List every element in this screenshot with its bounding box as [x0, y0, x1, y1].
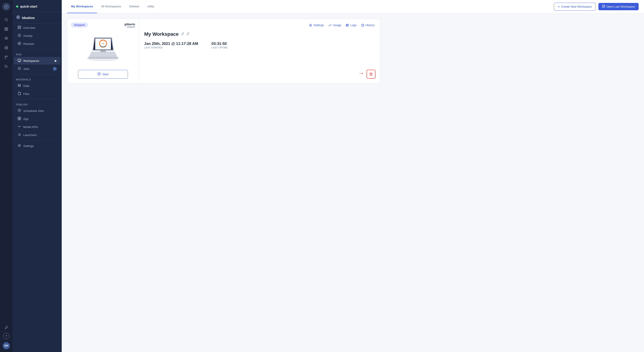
- sidebar-item-ideation[interactable]: Ideation: [12, 12, 62, 24]
- svg-point-35: [19, 145, 20, 146]
- search-icon[interactable]: [2, 16, 10, 24]
- sidebar-item-files[interactable]: Files: [14, 90, 60, 98]
- help-icon[interactable]: ?: [3, 333, 10, 339]
- svg-point-24: [19, 68, 20, 69]
- git-icon[interactable]: [2, 53, 10, 61]
- card-left-panel: Stopped gilberto OWNER: [67, 19, 139, 83]
- topbar-actions: + Create New Workspace Open Last Workspa…: [554, 3, 639, 11]
- svg-rect-2: [5, 27, 6, 29]
- content-area: Stopped gilberto OWNER: [62, 13, 644, 352]
- sidebar-item-activity[interactable]: Activity: [14, 32, 60, 39]
- last-started-meta: Jan 25th, 2021 @ 11:17:28 AM LAST STARTE…: [144, 41, 198, 49]
- workspace-title-row: My Workspace: [144, 31, 374, 37]
- wrench-icon[interactable]: [2, 323, 10, 332]
- sidebar-item-data[interactable]: Data: [14, 82, 60, 90]
- sidebar-item-settings[interactable]: Settings: [14, 142, 60, 150]
- last-uptime-value: 03:31:50: [212, 41, 228, 46]
- svg-point-21: [19, 67, 20, 68]
- data-icon: [18, 84, 21, 88]
- svg-rect-12: [18, 26, 19, 27]
- history-action[interactable]: History: [361, 23, 374, 27]
- icon-bar: ? GH: [0, 0, 12, 352]
- sidebar-item-overview[interactable]: Overview: [14, 24, 60, 31]
- svg-rect-34: [20, 119, 21, 120]
- data-label: Data: [23, 84, 29, 88]
- topbar: My Workspaces All Workspaces Deleted Uti…: [62, 0, 644, 13]
- jobs-badge: +: [53, 67, 57, 71]
- workspace-tabs: My Workspaces All Workspaces Deleted Uti…: [67, 0, 158, 13]
- workspace-image: [85, 30, 121, 66]
- app-logo[interactable]: [2, 3, 10, 11]
- overview-label: Overview: [23, 26, 35, 29]
- settings-label: Settings: [23, 144, 34, 148]
- layers-icon[interactable]: [2, 34, 10, 42]
- project-status-dot: [16, 5, 18, 7]
- sidebar-header: quick-start: [12, 0, 62, 12]
- sidebar-item-scheduled-jobs[interactable]: Scheduled Jobs: [14, 107, 60, 115]
- create-workspace-button[interactable]: + Create New Workspace: [554, 3, 596, 11]
- materials-section-title: MATERIALS: [12, 76, 62, 82]
- tab-all-workspaces[interactable]: All Workspaces: [97, 0, 125, 13]
- tab-deleted[interactable]: Deleted: [125, 0, 143, 13]
- owner-info: gilberto OWNER: [124, 22, 135, 28]
- grid-icon[interactable]: [2, 25, 10, 33]
- workspaces-icon: [18, 59, 21, 63]
- sidebar-settings-icon: [18, 144, 21, 148]
- activity-icon: [18, 34, 21, 38]
- user-avatar[interactable]: GH: [3, 342, 10, 349]
- sidebar-item-workspaces[interactable]: Workspaces ▶: [14, 57, 60, 65]
- svg-rect-40: [100, 50, 106, 52]
- start-button[interactable]: Start: [78, 70, 128, 79]
- publish-section-title: PUBLISH: [12, 101, 62, 107]
- link-icon[interactable]: [186, 32, 190, 36]
- sidebar: quick-start Ideation Overview Activity R…: [12, 0, 62, 352]
- last-started-label: LAST STARTED: [144, 46, 198, 49]
- status-badge: Stopped: [71, 22, 88, 27]
- svg-point-27: [19, 69, 20, 70]
- card-right-panel: Settings Usage Logs History: [139, 19, 380, 83]
- reviews-icon: [18, 42, 21, 46]
- ideation-label: Ideation: [22, 16, 35, 20]
- logs-action[interactable]: Logs: [346, 23, 356, 27]
- svg-point-20: [18, 67, 18, 68]
- sidebar-item-launchers[interactable]: Launchers: [14, 131, 60, 139]
- sidebar-item-jobs[interactable]: Jobs +: [14, 65, 60, 73]
- run-section-title: RUN: [12, 51, 62, 57]
- open-last-workspace-button[interactable]: Open Last Workspace: [598, 3, 639, 10]
- sidebar-item-reviews[interactable]: Reviews: [14, 40, 60, 48]
- jobs-icon: [18, 67, 21, 71]
- play-icon: [98, 72, 100, 76]
- sidebar-item-app[interactable]: App: [14, 115, 60, 123]
- tab-my-workspaces[interactable]: My Workspaces: [67, 0, 97, 13]
- launchers-icon: [18, 133, 21, 137]
- svg-point-7: [5, 56, 6, 57]
- sidebar-item-model-apis[interactable]: Model APIs: [14, 123, 60, 131]
- svg-point-9: [7, 56, 8, 57]
- svg-point-8: [5, 58, 6, 58]
- model-apis-label: Model APIs: [23, 125, 38, 129]
- svg-rect-4: [5, 29, 6, 31]
- owner-name: gilberto: [124, 22, 135, 26]
- svg-rect-15: [20, 28, 21, 29]
- last-uptime-meta: 03:31:50 LAST UPTIME: [212, 41, 228, 49]
- delete-button[interactable]: [366, 70, 376, 79]
- app-label: App: [23, 117, 28, 121]
- reviews-label: Reviews: [23, 42, 34, 46]
- files-label: Files: [23, 92, 29, 96]
- database-icon[interactable]: [2, 44, 10, 52]
- svg-rect-13: [20, 26, 21, 27]
- scheduled-jobs-label: Scheduled Jobs: [23, 109, 44, 113]
- external-link-icon: [602, 5, 605, 8]
- settings-action[interactable]: Settings: [309, 23, 324, 27]
- svg-point-39: [102, 43, 104, 44]
- svg-rect-14: [18, 28, 19, 29]
- svg-rect-31: [18, 117, 19, 118]
- tag-icon[interactable]: [2, 63, 10, 71]
- workspace-card: Stopped gilberto OWNER: [67, 19, 380, 83]
- edit-icon[interactable]: [181, 32, 184, 36]
- launchers-label: Launchers: [23, 133, 37, 137]
- arrow-indicator: →: [358, 70, 364, 77]
- tab-utility[interactable]: Utility: [143, 0, 158, 13]
- model-apis-icon: [18, 125, 21, 129]
- usage-action[interactable]: Usage: [328, 23, 342, 27]
